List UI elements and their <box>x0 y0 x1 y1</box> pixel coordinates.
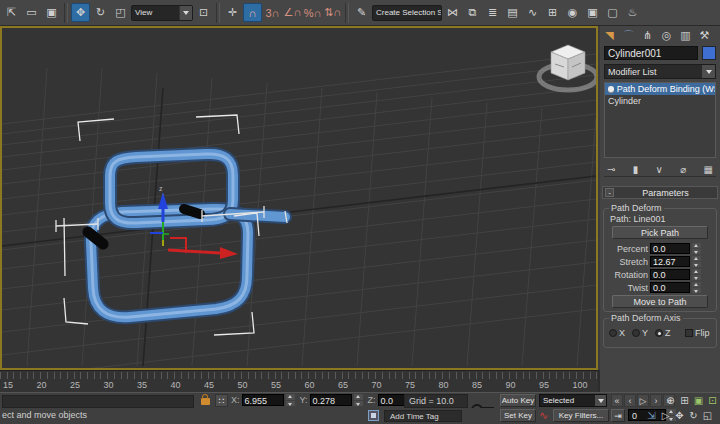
key-selection-dropdown[interactable]: Selected <box>539 394 607 407</box>
pan-hand-icon[interactable]: ✥ <box>673 409 686 422</box>
3ds-max-window: ⇱ ▭ ▣ ✥ <box>0 0 720 424</box>
remove-modifier-icon[interactable]: ⌀ <box>680 164 686 175</box>
object-color-swatch[interactable] <box>702 46 716 60</box>
next-frame-button[interactable]: › <box>650 394 662 407</box>
window-crossing-icon[interactable]: ▣ <box>42 3 61 22</box>
modifier-cylinder[interactable]: Cylinder <box>605 95 715 107</box>
select-and-rotate-icon[interactable]: ↻ <box>91 3 110 22</box>
named-selection-sets-dropdown[interactable]: Create Selection Se <box>372 5 442 21</box>
reference-coordinate-dropdown[interactable]: View <box>131 5 193 21</box>
spinner-buttons[interactable] <box>692 243 701 254</box>
spinner-buttons[interactable] <box>692 269 701 280</box>
toolbar-separator[interactable] <box>216 3 220 23</box>
modifier-list-dropdown[interactable]: Modifier List <box>604 64 716 79</box>
flip-checkbox[interactable]: Flip <box>685 328 710 338</box>
modifier-path-deform-binding[interactable]: Path Deform Binding (WS <box>605 83 715 95</box>
select-and-link-icon[interactable]: ⇱ <box>2 3 21 22</box>
spinner-buttons[interactable] <box>354 394 363 406</box>
time-tag-icon[interactable] <box>368 410 379 421</box>
show-end-result-icon[interactable]: ▮ <box>633 164 639 175</box>
spinner-buttons[interactable] <box>692 282 701 293</box>
timeline-tick-label: 70 <box>372 380 382 390</box>
tab-hierarchy[interactable]: ⋔ <box>640 28 655 43</box>
axis-z-radio[interactable]: Z <box>655 328 671 338</box>
axis-y-radio[interactable]: Y <box>632 328 648 338</box>
selection-lock-icon[interactable] <box>201 398 210 405</box>
key-mode-toggle-icon[interactable]: ⇥ <box>611 409 625 422</box>
zoom-all-icon[interactable]: ⊞ <box>678 394 691 407</box>
pick-path-button[interactable]: Pick Path <box>612 226 708 239</box>
path-deform-axis-group: Path Deform Axis X Y Z <box>603 318 717 348</box>
rendered-frame-window-icon[interactable]: ▢ <box>603 3 622 22</box>
move-to-path-button[interactable]: Move to Path <box>612 295 708 308</box>
spinner-snap-icon[interactable]: ⇅∩ <box>323 3 342 22</box>
collapse-icon[interactable]: - <box>605 188 614 197</box>
spinner-buttons[interactable] <box>692 256 701 267</box>
zoom-region-icon[interactable]: ▷ <box>659 409 672 422</box>
layer-manager-icon[interactable]: ≣ <box>483 3 502 22</box>
timeline-ruler[interactable]: 1520253035404550556065707580859095100 <box>0 370 598 392</box>
tab-modify[interactable]: ⌒ <box>621 28 636 43</box>
axis-x-radio[interactable]: X <box>609 328 625 338</box>
tab-display[interactable]: ▥ <box>678 28 693 43</box>
perspective-viewport[interactable]: z <box>0 26 598 370</box>
tab-utilities[interactable]: ⚒ <box>697 28 712 43</box>
configure-modifier-sets-icon[interactable]: ▦ <box>704 164 713 175</box>
parameters-rollout-header[interactable]: - Parameters <box>602 186 718 199</box>
pan-2d-icon[interactable]: ⇲ <box>645 409 658 422</box>
coordinate-input[interactable]: 6.955 <box>242 394 284 406</box>
snap-3d-icon[interactable]: 3∩ <box>263 3 282 22</box>
toolbar-separator[interactable] <box>64 3 68 23</box>
auto-key-button[interactable]: Auto Key <box>500 394 536 407</box>
use-pivot-point-icon[interactable]: ⊡ <box>194 3 213 22</box>
orbit-icon[interactable]: ↻ <box>687 409 700 422</box>
value-field[interactable]: 12.67 <box>650 256 690 267</box>
go-to-start-button[interactable]: « <box>611 394 623 407</box>
snaps-toggle-icon[interactable]: ∩ <box>243 3 262 22</box>
spinner-buttons[interactable] <box>286 394 295 406</box>
set-key-button[interactable]: Set Key <box>500 409 536 422</box>
previous-frame-button[interactable]: ‹ <box>624 394 636 407</box>
tab-create[interactable]: ◥ <box>602 28 617 43</box>
add-time-tag-field[interactable]: Add Time Tag <box>384 410 462 422</box>
timeline-tick-label: 95 <box>539 380 549 390</box>
graphite-ribbon-icon[interactable]: ▤ <box>503 3 522 22</box>
zoom-extents-icon[interactable]: ▣ <box>692 394 705 407</box>
angle-snap-icon[interactable]: ∠∩ <box>283 3 302 22</box>
curve-editor-icon[interactable]: ∿ <box>523 3 542 22</box>
select-and-move-icon[interactable]: ✥ <box>71 3 90 22</box>
select-and-scale-icon[interactable]: ◰ <box>111 3 130 22</box>
toolbar-separator[interactable] <box>345 3 349 23</box>
maximize-viewport-icon[interactable]: ◱ <box>701 409 714 422</box>
pin-stack-icon[interactable]: ⊸ <box>607 164 615 175</box>
coordinate-input[interactable]: 0.278 <box>310 394 352 406</box>
align-icon[interactable]: ⧉ <box>463 3 482 22</box>
value-field[interactable]: 0.0 <box>650 282 690 293</box>
edit-named-selection-sets-icon[interactable]: ✎ <box>352 3 371 22</box>
zoom-icon[interactable]: ⊕ <box>664 394 677 407</box>
key-filters-button[interactable]: Key Filters... <box>553 409 609 422</box>
absolute-offset-toggle-icon[interactable]: ∷ <box>215 394 228 407</box>
percent-snap-icon[interactable]: %∩ <box>303 3 322 22</box>
play-button[interactable]: ▷ <box>637 394 649 407</box>
make-unique-icon[interactable]: ∨ <box>656 164 663 175</box>
tab-motion[interactable]: ◎ <box>659 28 674 43</box>
status-prompt-field <box>2 395 194 408</box>
value-field[interactable]: 0.0 <box>650 269 690 280</box>
material-editor-icon[interactable]: ◉ <box>563 3 582 22</box>
selection-region-icon[interactable]: ▭ <box>22 3 41 22</box>
zoom-extents-all-icon[interactable]: ⊡ <box>706 394 719 407</box>
modifier-enabled-bulb-icon[interactable] <box>608 86 614 92</box>
mirror-icon[interactable]: ⋈ <box>443 3 462 22</box>
value-field[interactable]: 0.0 <box>650 243 690 254</box>
viewcube[interactable] <box>539 45 596 90</box>
radio-icon <box>609 329 617 337</box>
deformed-cylinder-object[interactable] <box>88 154 285 317</box>
select-and-manipulate-icon[interactable]: ✛ <box>223 3 242 22</box>
render-production-icon[interactable]: ♨ <box>623 3 642 22</box>
prompt-bar: ect and move objects Add Time Tag Set Ke… <box>0 408 720 424</box>
schematic-view-icon[interactable]: ⊞ <box>543 3 562 22</box>
object-name-field[interactable]: Cylinder001 <box>604 46 698 60</box>
default-tangent-curve-icon[interactable]: ∿ <box>539 409 548 422</box>
render-setup-icon[interactable]: ▣ <box>583 3 602 22</box>
